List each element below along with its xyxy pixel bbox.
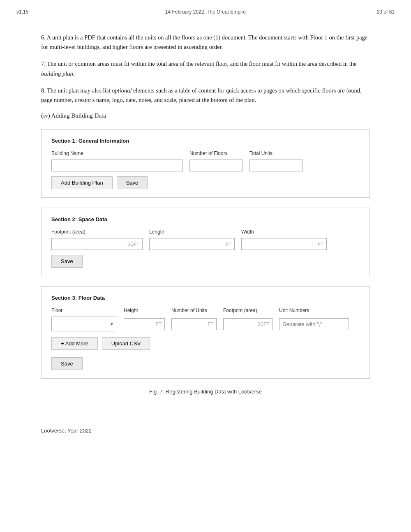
building-name-label: Building Name (51, 150, 183, 156)
length-label: Length (149, 229, 235, 235)
section-1-title: Section 1: General Information (51, 138, 360, 144)
footprint-input[interactable] (51, 238, 143, 250)
number-of-units-label: Number of Units (171, 308, 217, 313)
header-version: v1.15 (16, 9, 143, 15)
floor-select-group: ▼ (51, 317, 117, 331)
figure-caption: Fig. 7: Registering Building Data with L… (41, 389, 370, 395)
section-1-buttons: Add Building Plan Save (51, 176, 360, 189)
section-heading: (iv) Adding Building Data (41, 112, 370, 119)
paragraph-6-text: 6. A unit plan is a PDF that contains al… (41, 34, 367, 50)
page: v1.15 14 February 2022, The Great Empire… (0, 0, 411, 532)
height-group: FT (124, 318, 165, 330)
total-units-label: Total Units (249, 150, 303, 156)
paragraph-8-italic: optional (112, 87, 132, 94)
length-input[interactable] (149, 238, 235, 250)
length-group: Length FT (149, 229, 235, 250)
section-1-fields-row: Building Name Number of Floors Total Uni… (51, 150, 360, 171)
total-units-group: Total Units (249, 150, 303, 171)
section-2-save-button[interactable]: Save (51, 255, 83, 268)
add-more-button[interactable]: + Add More (51, 337, 98, 350)
total-units-input[interactable] (249, 160, 303, 171)
paragraph-8-text-before: 8. The unit plan may also list (41, 87, 112, 94)
floor-select[interactable] (51, 317, 117, 331)
building-name-group: Building Name (51, 150, 183, 171)
floor-select-wrapper: ▼ (51, 317, 117, 331)
footer-text: Lootverse, Year 2022 (41, 428, 92, 434)
section-3-action-buttons: + Add More Upload CSV (51, 337, 360, 350)
footprint-group: Footprint (area) SQFT (51, 229, 143, 250)
section-3-save-row: Save (51, 357, 360, 370)
floor-label: Floor (51, 308, 117, 313)
section-3-floor-data: Section 3: Floor Data Floor Height Numbe… (41, 286, 370, 379)
section-3-labels-row: Floor Height Number of Units Footprint (… (51, 308, 360, 315)
paragraph-7-italic: building plan (41, 70, 73, 77)
floor-footprint-group: SQFT (223, 318, 272, 330)
height-label: Height (124, 308, 165, 313)
building-name-input[interactable] (51, 160, 183, 171)
height-input[interactable] (124, 318, 165, 330)
header-title: 14 February 2022, The Great Empire (143, 9, 269, 15)
width-group: Width FT (241, 229, 327, 250)
length-input-wrapper: FT (149, 238, 235, 250)
section-3-inputs-row: ▼ FT FT (51, 317, 360, 331)
paragraph-7-text-after: . (73, 70, 75, 77)
section-3-title: Section 3: Floor Data (51, 295, 360, 301)
num-units-input[interactable] (171, 318, 217, 330)
num-units-group: FT (171, 318, 217, 330)
number-of-floors-group: Number of Floors (189, 150, 243, 171)
height-input-wrapper: FT (124, 318, 165, 330)
section-1-save-button[interactable]: Save (117, 176, 148, 189)
add-building-plan-button[interactable]: Add Building Plan (51, 176, 113, 189)
upload-csv-button[interactable]: Upload CSV (102, 337, 150, 350)
width-input-wrapper: FT (241, 238, 327, 250)
paragraph-7: 7. The unit or common areas must fit wit… (41, 59, 370, 78)
width-input[interactable] (241, 238, 327, 250)
unit-numbers-group (279, 318, 349, 330)
section-2-title: Section 2: Space Data (51, 216, 360, 222)
floor-footprint-input[interactable] (223, 318, 272, 330)
main-content: 6. A unit plan is a PDF that contains al… (0, 21, 411, 423)
number-of-floors-label: Number of Floors (189, 150, 243, 156)
floor-footprint-input-wrapper: SQFT (223, 318, 272, 330)
num-units-input-wrapper: FT (171, 318, 217, 330)
header-page-number: 20 of 61 (268, 9, 395, 15)
paragraph-7-text-before: 7. The unit or common areas must fit wit… (41, 60, 356, 67)
footprint-input-wrapper: SQFT (51, 238, 143, 250)
width-label: Width (241, 229, 327, 235)
section-2-buttons: Save (51, 255, 360, 268)
paragraph-6: 6. A unit plan is a PDF that contains al… (41, 33, 370, 52)
section-3-save-button[interactable]: Save (51, 357, 83, 370)
number-of-floors-input[interactable] (189, 160, 243, 171)
footprint-label: Footprint (area) (51, 229, 143, 235)
paragraph-8: 8. The unit plan may also list optional … (41, 86, 370, 105)
unit-numbers-input[interactable] (279, 318, 349, 330)
footer: Lootverse, Year 2022 (0, 423, 411, 438)
unit-numbers-label: Unit Numbers (279, 308, 349, 313)
floor-footprint-label: Footprint (area) (223, 308, 272, 313)
header: v1.15 14 February 2022, The Great Empire… (0, 0, 411, 21)
section-2-space-data: Section 2: Space Data Footprint (area) S… (41, 208, 370, 276)
section-2-fields-row: Footprint (area) SQFT Length FT Width (51, 229, 360, 250)
section-1-general-information: Section 1: General Information Building … (41, 129, 370, 198)
